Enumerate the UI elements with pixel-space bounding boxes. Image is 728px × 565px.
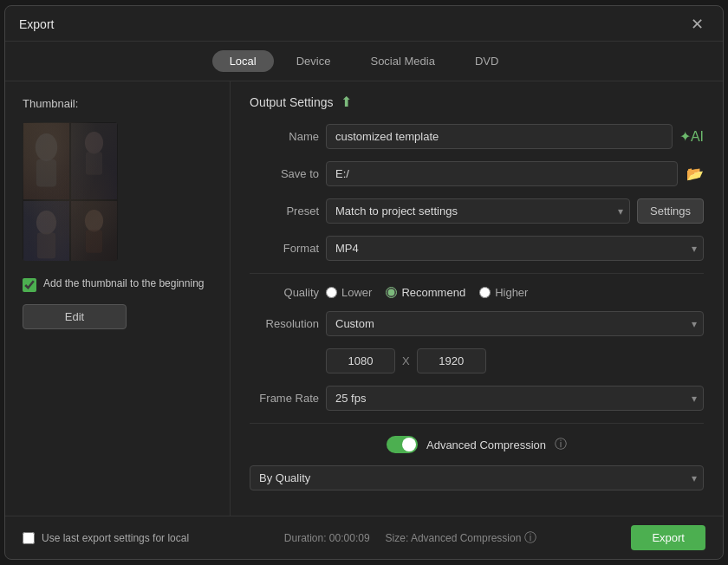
quality-recommend-radio[interactable]	[386, 287, 397, 298]
resolution-label: Resolution	[250, 317, 319, 330]
dialog-footer: Use last export settings for local Durat…	[5, 516, 723, 559]
preset-select[interactable]: Match to project settings	[326, 198, 630, 224]
tab-social-media[interactable]: Social Media	[353, 50, 452, 72]
advanced-compression-info-icon[interactable]: ⓘ	[555, 437, 567, 452]
divider-1	[250, 273, 704, 274]
resolution-select-wrap: Custom ▾	[326, 311, 704, 336]
quality-recommend-option[interactable]: Recommend	[386, 286, 465, 299]
thumbnail-preview	[23, 122, 118, 261]
size-info: Size: Advanced Compression ⓘ	[386, 530, 536, 546]
ai-icon[interactable]: ✦AI	[679, 128, 704, 145]
tab-device[interactable]: Device	[279, 50, 348, 72]
tab-dvd[interactable]: DVD	[458, 50, 516, 72]
toggle-knob	[402, 438, 416, 451]
right-panel: Output Settings ⬆ Name ✦AI Save to 📂 Pre…	[231, 81, 723, 516]
framerate-row: Frame Rate 25 fps ▾	[250, 386, 704, 411]
resolution-width-input[interactable]	[326, 348, 395, 373]
dialog-body: Thumbnail:	[5, 81, 723, 516]
framerate-select[interactable]: 25 fps	[326, 386, 704, 411]
divider-2	[250, 423, 704, 424]
format-select[interactable]: MP4	[326, 236, 704, 261]
export-button[interactable]: Export	[631, 525, 705, 550]
save-to-input[interactable]	[326, 161, 678, 186]
edit-thumbnail-button[interactable]: Edit	[23, 304, 127, 329]
advanced-compression-label: Advanced Compression	[426, 438, 546, 451]
resolution-height-input[interactable]	[417, 348, 486, 373]
format-select-wrap: MP4 ▾	[326, 236, 704, 261]
use-last-settings-checkbox[interactable]	[23, 532, 35, 544]
quality-higher-option[interactable]: Higher	[479, 286, 528, 299]
quality-lower-radio[interactable]	[326, 287, 337, 298]
export-dialog: Export ✕ Local Device Social Media DVD T…	[4, 5, 724, 560]
quality-lower-option[interactable]: Lower	[326, 286, 372, 299]
duration-info: Duration: 00:00:09	[284, 532, 370, 544]
left-panel: Thumbnail:	[5, 81, 231, 516]
output-settings-title: Output Settings	[250, 95, 334, 109]
quality-radio-group: Lower Recommend Higher	[326, 286, 704, 299]
resolution-inputs-row: X	[326, 348, 704, 373]
close-button[interactable]: ✕	[686, 15, 709, 34]
add-thumbnail-label: Add the thumbnail to the beginning	[43, 276, 204, 291]
settings-button[interactable]: Settings	[637, 198, 704, 224]
tab-local[interactable]: Local	[212, 50, 274, 72]
format-row: Format MP4 ▾	[250, 236, 704, 261]
upload-icon[interactable]: ⬆	[341, 94, 352, 110]
framerate-label: Frame Rate	[250, 392, 319, 405]
dialog-header: Export ✕	[5, 6, 723, 42]
preset-select-wrap: Match to project settings ▾	[326, 198, 630, 224]
use-last-settings-label: Use last export settings for local	[42, 532, 189, 544]
name-input[interactable]	[326, 124, 673, 149]
name-row: Name ✦AI	[250, 124, 704, 149]
thumbnail-section-label: Thumbnail:	[23, 97, 212, 110]
name-label: Name	[250, 130, 319, 143]
output-settings-header: Output Settings ⬆	[250, 94, 704, 110]
footer-center: Duration: 00:00:09 Size: Advanced Compre…	[284, 530, 536, 546]
folder-icon[interactable]: 📂	[686, 166, 704, 182]
resolution-row: Resolution Custom ▾	[250, 311, 704, 336]
quality-lower-label: Lower	[341, 286, 372, 299]
advanced-compression-row: Advanced Compression ⓘ	[250, 436, 704, 453]
format-label: Format	[250, 242, 319, 255]
resolution-select[interactable]: Custom	[326, 311, 704, 336]
size-info-icon[interactable]: ⓘ	[524, 530, 536, 544]
tabs-bar: Local Device Social Media DVD	[5, 42, 723, 81]
preset-label: Preset	[250, 205, 319, 218]
save-to-label: Save to	[250, 167, 319, 180]
quality-recommend-label: Recommend	[401, 286, 465, 299]
resolution-x-separator: X	[402, 354, 410, 367]
footer-left: Use last export settings for local	[23, 532, 189, 544]
add-thumbnail-checkbox-row: Add the thumbnail to the beginning	[23, 276, 212, 292]
by-quality-select[interactable]: By Quality	[250, 465, 704, 490]
quality-higher-label: Higher	[495, 286, 528, 299]
save-to-row: Save to 📂	[250, 161, 704, 186]
quality-row: Quality Lower Recommend Higher	[250, 286, 704, 299]
dialog-title: Export	[19, 17, 54, 31]
add-thumbnail-checkbox[interactable]	[23, 278, 36, 292]
quality-label: Quality	[250, 286, 319, 299]
framerate-select-wrap: 25 fps ▾	[326, 386, 704, 411]
advanced-compression-toggle[interactable]	[387, 436, 418, 453]
quality-higher-radio[interactable]	[479, 287, 491, 298]
by-quality-select-wrap: By Quality ▾	[250, 465, 704, 490]
preset-row: Preset Match to project settings ▾ Setti…	[250, 198, 704, 224]
by-quality-row: By Quality ▾	[250, 465, 704, 490]
